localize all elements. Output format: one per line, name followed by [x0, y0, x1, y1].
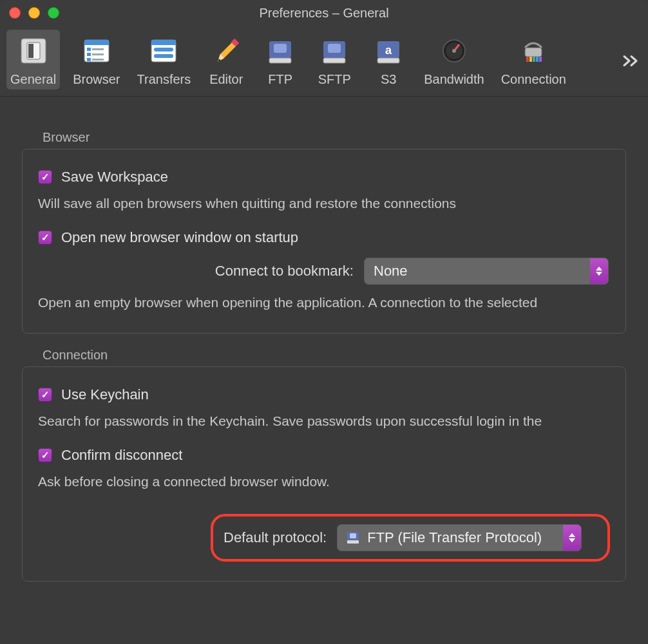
tab-label: FTP — [268, 72, 292, 87]
browser-group: ✓ Save Workspace Will save all open brow… — [22, 149, 626, 334]
svg-rect-9 — [87, 58, 91, 61]
svg-rect-13 — [154, 48, 173, 52]
gauge-icon — [437, 33, 472, 68]
tab-editor[interactable]: Editor — [204, 30, 249, 90]
svg-rect-5 — [87, 48, 91, 51]
svg-rect-8 — [92, 53, 104, 55]
svg-rect-27 — [377, 58, 399, 63]
svg-rect-4 — [84, 40, 109, 45]
tab-label: General — [10, 72, 56, 87]
svg-text:a: a — [385, 44, 392, 57]
traffic-lights — [9, 7, 59, 19]
sftp-drive-icon — [317, 33, 352, 68]
svg-point-31 — [452, 49, 456, 53]
connect-bookmark-select[interactable]: None — [364, 258, 609, 285]
svg-rect-21 — [269, 58, 291, 63]
confirm-disconnect-label: Confirm disconnect — [61, 447, 182, 464]
confirm-disconnect-checkbox[interactable]: ✓ — [38, 448, 52, 462]
svg-rect-24 — [323, 58, 345, 63]
tab-bandwidth[interactable]: Bandwidth — [420, 30, 488, 90]
tab-label: SFTP — [318, 72, 351, 87]
tab-connection[interactable]: Connection — [497, 30, 570, 90]
save-workspace-checkbox[interactable]: ✓ — [38, 170, 52, 184]
general-pane: Browser ✓ Save Workspace Will save all o… — [0, 97, 648, 594]
svg-rect-12 — [151, 40, 176, 45]
svg-rect-10 — [92, 59, 104, 61]
ftp-mini-icon — [344, 529, 362, 547]
ftp-drive-icon — [263, 33, 298, 68]
tab-browser[interactable]: Browser — [69, 30, 124, 90]
tab-label: Bandwidth — [424, 72, 484, 87]
tab-general[interactable]: General — [6, 30, 60, 90]
zoom-window-button[interactable] — [48, 7, 59, 19]
open-empty-desc: Open an empty browser when opening the a… — [38, 294, 610, 312]
tab-sftp[interactable]: SFTP — [312, 30, 357, 90]
transfers-icon — [146, 33, 181, 68]
use-keychain-checkbox[interactable]: ✓ — [38, 388, 52, 402]
general-icon — [16, 33, 51, 68]
use-keychain-desc: Search for passwords in the Keychain. Sa… — [38, 412, 610, 430]
svg-rect-7 — [87, 53, 91, 56]
titlebar: Preferences – General — [0, 0, 648, 26]
tab-ftp[interactable]: FTP — [258, 30, 303, 90]
preferences-toolbar: General Browser — [0, 26, 648, 97]
confirm-disconnect-desc: Ask before closing a connected browser w… — [38, 473, 610, 491]
save-workspace-label: Save Workspace — [61, 169, 168, 185]
svg-rect-35 — [533, 57, 535, 62]
pencil-icon — [209, 33, 243, 68]
default-protocol-label: Default protocol: — [224, 529, 327, 546]
svg-rect-20 — [274, 44, 287, 53]
svg-rect-14 — [154, 54, 173, 58]
connect-bookmark-label: Connect to bookmark: — [38, 263, 354, 279]
svg-rect-36 — [536, 57, 538, 62]
tab-label: Connection — [501, 72, 566, 87]
connection-group: ✓ Use Keychain Search for passwords in t… — [22, 366, 626, 582]
default-protocol-value: FTP (File Transfer Protocol) — [367, 529, 563, 546]
svg-rect-2 — [28, 44, 33, 58]
tab-label: Browser — [73, 72, 120, 87]
svg-rect-23 — [328, 44, 341, 53]
select-stepper-icon — [590, 258, 608, 284]
connect-bookmark-value: None — [365, 263, 590, 279]
window-title: Preferences – General — [0, 6, 648, 21]
close-window-button[interactable] — [9, 7, 21, 19]
svg-rect-32 — [525, 48, 542, 57]
use-keychain-label: Use Keychain — [61, 386, 149, 403]
tab-transfers[interactable]: Transfers — [133, 30, 195, 90]
preferences-window: Preferences – General General — [0, 0, 648, 644]
open-new-window-label: Open new browser window on startup — [61, 229, 298, 246]
svg-rect-37 — [539, 57, 542, 62]
select-stepper-icon — [563, 525, 581, 551]
s3-drive-icon: a — [371, 33, 406, 68]
save-workspace-desc: Will save all open browsers when quittin… — [38, 194, 610, 213]
svg-rect-34 — [529, 57, 532, 62]
connection-group-label: Connection — [43, 348, 626, 363]
svg-rect-40 — [347, 540, 359, 544]
svg-rect-33 — [526, 57, 529, 62]
default-protocol-select[interactable]: FTP (File Transfer Protocol) — [337, 524, 582, 551]
toolbar-overflow-button[interactable] — [622, 51, 639, 71]
browser-group-label: Browser — [43, 130, 626, 145]
open-new-window-checkbox[interactable]: ✓ — [38, 231, 52, 245]
tab-label: Transfers — [137, 72, 191, 87]
svg-rect-6 — [92, 48, 104, 50]
svg-rect-39 — [350, 533, 356, 538]
browser-icon — [79, 33, 114, 68]
tab-label: Editor — [209, 72, 243, 87]
tab-s3[interactable]: a S3 — [366, 30, 411, 90]
minimize-window-button[interactable] — [28, 7, 40, 19]
tab-label: S3 — [381, 72, 396, 87]
default-protocol-highlight: Default protocol: FTP (File Transfer Pro… — [211, 514, 610, 562]
connection-icon — [516, 33, 551, 68]
